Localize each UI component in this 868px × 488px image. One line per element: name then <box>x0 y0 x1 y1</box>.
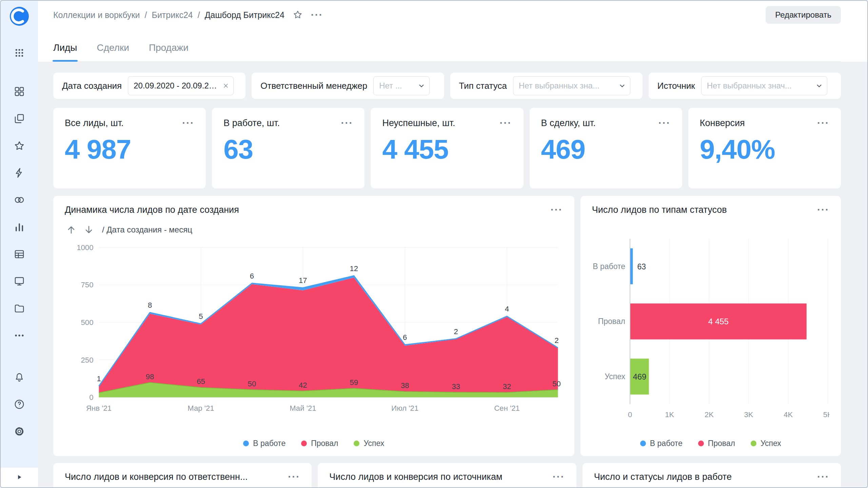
area-chart-canvas[interactable]: 02505007501000Янв '21Мар '21Май '21Июл '… <box>65 238 563 414</box>
breadcrumb-link-collections[interactable]: Коллекции и воркбуки <box>53 10 140 20</box>
status-type-select[interactable]: Нет выбранных зна... <box>513 76 630 95</box>
favorite-button[interactable] <box>293 9 303 21</box>
tab-deals[interactable]: Сделки <box>97 42 129 61</box>
help-button[interactable] <box>1 391 38 418</box>
lightning-icon <box>14 167 25 179</box>
tab-sales[interactable]: Продажи <box>149 42 189 61</box>
filter-status-type: Тип статуса Нет выбранных зна... <box>450 73 643 99</box>
sidebar-item-collections[interactable] <box>1 105 38 132</box>
sidebar-item-dashboards[interactable] <box>1 78 38 105</box>
kpi-more-button[interactable]: ··· <box>182 118 194 128</box>
collapse-sidebar-button[interactable] <box>16 473 23 482</box>
svg-text:6: 6 <box>250 272 254 280</box>
sidebar-item-monitoring[interactable] <box>1 268 38 295</box>
svg-text:12: 12 <box>350 264 358 273</box>
kpi-more-button[interactable]: ··· <box>817 118 829 128</box>
legend-item[interactable]: Успех <box>354 439 384 448</box>
svg-text:Май '21: Май '21 <box>290 404 316 412</box>
kpi-more-button[interactable]: ··· <box>341 118 353 128</box>
legend-item[interactable]: Успех <box>751 439 781 448</box>
apps-grid-button[interactable] <box>1 39 38 66</box>
settings-button[interactable] <box>1 418 38 445</box>
ellipsis-icon <box>14 330 25 341</box>
edit-button[interactable]: Редактировать <box>766 6 841 24</box>
kpi-value: 4 987 <box>65 134 194 165</box>
chart-more-button[interactable]: ··· <box>817 472 829 482</box>
chart-more-button[interactable]: ··· <box>817 205 829 215</box>
legend-item[interactable]: Провал <box>698 439 735 448</box>
legend-label: Провал <box>311 439 338 448</box>
legend-dot <box>751 441 756 446</box>
drill-down-button[interactable] <box>82 224 95 236</box>
legend-item[interactable]: В работе <box>640 439 683 448</box>
chevron-down-icon <box>618 82 626 89</box>
sidebar-item-storage[interactable] <box>1 295 38 322</box>
sidebar-item-favorites[interactable] <box>1 132 38 159</box>
kpi-row: Все лиды, шт.··· 4 987 В работе, шт.··· … <box>53 108 841 188</box>
sidebar-item-datasets[interactable] <box>1 186 38 214</box>
chart-more-button[interactable]: ··· <box>288 472 300 482</box>
svg-text:Сен '21: Сен '21 <box>494 404 519 412</box>
chevron-down-icon <box>815 82 823 89</box>
legend-item[interactable]: Провал <box>301 439 338 448</box>
chart-more-button[interactable]: ··· <box>553 472 565 482</box>
legend-label: В работе <box>253 439 285 448</box>
kpi-card-in-progress: В работе, шт.··· 63 <box>212 108 364 188</box>
chart-title: Число лидов по типам статусов <box>592 205 727 215</box>
filter-source: Источник Нет выбранных знач... <box>649 73 841 99</box>
svg-text:В работе: В работе <box>593 262 625 271</box>
svg-text:17: 17 <box>299 276 307 285</box>
notifications-button[interactable] <box>1 364 38 391</box>
datalens-logo[interactable] <box>10 7 29 26</box>
tab-label: Продажи <box>149 42 189 53</box>
monitor-icon <box>14 276 25 287</box>
svg-text:5: 5 <box>199 312 203 321</box>
legend-label: Успех <box>363 439 384 448</box>
arrow-up-icon <box>66 225 76 235</box>
breadcrumb-current: Дашборд Битрикс24 <box>205 10 284 20</box>
tab-label: Лиды <box>53 42 77 53</box>
breadcrumb-link-workbook[interactable]: Битрикс24 <box>152 10 193 20</box>
sidebar-item-charts[interactable] <box>1 214 38 241</box>
chart-title: Число лидов и конверсия по ответственн..… <box>65 472 248 482</box>
star-icon <box>14 140 25 151</box>
svg-text:500: 500 <box>81 318 94 327</box>
manager-select[interactable]: Нет ... <box>373 76 430 95</box>
legend-item[interactable]: В работе <box>243 439 285 448</box>
select-placeholder: Нет ... <box>379 81 402 90</box>
sidebar-nav <box>1 78 38 349</box>
chart-more-button[interactable]: ··· <box>551 205 563 215</box>
kpi-more-button[interactable]: ··· <box>500 118 512 128</box>
drill-up-button[interactable] <box>65 224 78 236</box>
svg-text:1000: 1000 <box>77 243 93 252</box>
source-select[interactable]: Нет выбранных знач... <box>701 76 827 95</box>
kpi-card-unsuccessful: Неуспешные, шт.··· 4 455 <box>371 108 523 188</box>
area-chart-card: Динамика числа лидов по дате создания ··… <box>53 196 574 456</box>
dashboard-tabs: Лиды Сделки Продажи <box>53 29 841 62</box>
chart-card-conversion-by-source: Число лидов и конверсия по источникам··· <box>318 463 576 487</box>
svg-text:1: 1 <box>97 374 101 383</box>
tab-leads[interactable]: Лиды <box>53 42 77 61</box>
rings-icon <box>14 194 25 206</box>
svg-text:33: 33 <box>452 382 460 391</box>
select-placeholder: Нет выбранных знач... <box>707 81 792 90</box>
sidebar-item-more[interactable] <box>1 322 38 349</box>
clear-date-button[interactable] <box>222 82 229 89</box>
svg-text:4: 4 <box>505 305 509 313</box>
kpi-value: 4 455 <box>382 134 512 165</box>
bar-chart-canvas[interactable]: 01K2K3K4K5KВ работе63Провал4 455Успех469 <box>592 235 829 420</box>
kpi-more-button[interactable]: ··· <box>658 118 671 128</box>
sidebar-item-tables[interactable] <box>1 241 38 268</box>
svg-text:63: 63 <box>637 262 646 271</box>
kpi-card-to-deal: В сделку, шт.··· 469 <box>530 108 682 188</box>
date-range-input[interactable]: 20.09.2020 - 20.09.2021 <box>128 76 234 95</box>
dashboard-body: Дата создания 20.09.2020 - 20.09.2021 От… <box>38 62 867 487</box>
svg-text:2K: 2K <box>705 410 714 419</box>
legend-dot <box>354 441 359 446</box>
svg-text:4 455: 4 455 <box>708 317 729 326</box>
kpi-value: 469 <box>541 134 671 165</box>
header-more-button[interactable]: ··· <box>311 10 323 20</box>
kpi-title: Все лиды, шт. <box>65 118 124 128</box>
breadcrumb-separator: / <box>145 10 147 20</box>
sidebar-item-connections[interactable] <box>1 159 38 186</box>
